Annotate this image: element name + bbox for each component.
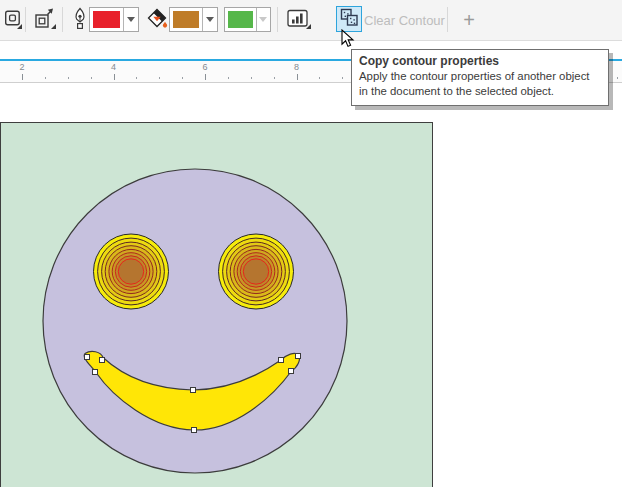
copy-contour-properties-button[interactable]	[336, 6, 362, 32]
toolbar-separator	[62, 7, 63, 32]
ruler-number: 6	[202, 62, 207, 72]
fill-color-dropdown[interactable]	[202, 8, 217, 31]
clear-contour-label: Clear Contour	[364, 13, 445, 28]
end-fill-color-dropdown	[256, 8, 270, 31]
curve-node[interactable]	[85, 355, 90, 360]
outline-color-swatch	[93, 11, 120, 28]
tooltip-body: Apply the contour properties of another …	[359, 69, 601, 99]
curve-node[interactable]	[279, 358, 284, 363]
outline-color-picker[interactable]	[89, 7, 139, 32]
curve-node[interactable]	[296, 354, 301, 359]
drawing-page[interactable]	[0, 122, 433, 487]
toolbar-separator	[25, 7, 26, 32]
fill-color-icon	[146, 6, 168, 32]
curve-node[interactable]	[93, 370, 98, 375]
tooltip-title: Copy contour properties	[359, 54, 601, 68]
copy-properties-icon	[337, 7, 361, 31]
toolbar-separator	[447, 7, 448, 32]
flyout-indicator-icon	[17, 24, 22, 29]
add-preset-button[interactable]: +	[455, 0, 483, 40]
property-bar: Clear Contour +	[0, 0, 622, 41]
ruler-number: 2	[19, 62, 24, 72]
pen-nib-icon	[72, 6, 88, 32]
fill-color-swatch	[173, 11, 199, 28]
curve-node[interactable]	[100, 358, 105, 363]
app-window: { "toolbar": { "clear_contour_label": "C…	[0, 0, 622, 487]
chevron-down-icon	[259, 17, 267, 22]
chevron-down-icon	[206, 17, 214, 22]
tooltip: Copy contour properties Apply the contou…	[351, 49, 609, 106]
chevron-down-icon	[127, 17, 135, 22]
contour-steps-button[interactable]	[2, 6, 24, 32]
outline-color-dropdown[interactable]	[123, 8, 138, 31]
flyout-indicator-icon	[306, 24, 311, 29]
clear-contour-button[interactable]: Clear Contour	[364, 0, 445, 40]
plus-icon: +	[463, 9, 475, 32]
curve-node[interactable]	[191, 388, 196, 393]
right-eye-contour-object[interactable]	[219, 234, 294, 309]
ruler-number: 4	[111, 62, 116, 72]
outline-pen-icon	[72, 6, 88, 32]
ruler-number: 8	[294, 62, 299, 72]
toolbar-separator	[277, 7, 278, 32]
curve-node[interactable]	[192, 428, 197, 433]
end-fill-color-swatch	[228, 11, 253, 28]
fill-color-picker[interactable]	[169, 7, 218, 32]
left-eye-contour-object[interactable]	[94, 234, 169, 309]
contour-direction-button[interactable]	[31, 6, 58, 32]
fill-diamond-icon	[146, 6, 168, 32]
curve-node[interactable]	[289, 369, 294, 374]
object-acceleration-button[interactable]	[283, 6, 313, 32]
flyout-indicator-icon	[51, 24, 56, 29]
end-fill-color-picker[interactable]	[224, 7, 271, 32]
